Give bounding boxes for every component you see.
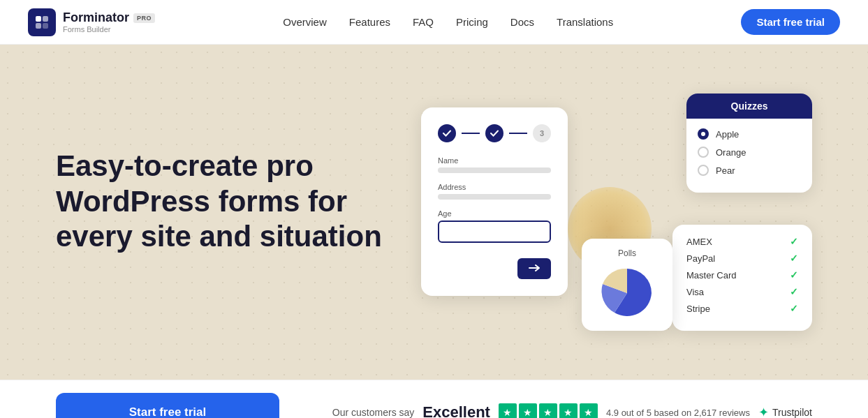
star-1: ★ (499, 403, 517, 418)
stripe-check: ✓ (790, 303, 798, 314)
form-steps: 3 (438, 124, 551, 142)
hero-content: Easy-to-create pro WordPress forms for e… (56, 149, 391, 275)
visa-check: ✓ (790, 286, 798, 297)
quiz-body: Apple Orange Pear (686, 119, 812, 193)
payment-paypal: PayPal ✓ (686, 253, 798, 264)
trustpilot-icon: ✦ (758, 405, 769, 418)
rating-text: 4.9 out of 5 based on 2,617 reviews (606, 408, 750, 418)
payment-visa-label: Visa (686, 287, 704, 297)
polls-card: Polls (582, 239, 672, 331)
address-input-display (438, 194, 551, 200)
nav-docs[interactable]: Docs (510, 16, 534, 28)
quiz-label-pear: Pear (716, 165, 735, 176)
nav-features[interactable]: Features (349, 16, 390, 28)
form-name-field: Name (438, 156, 551, 173)
trustpilot-brand: Trustpilot (772, 407, 812, 418)
address-label: Address (438, 183, 551, 191)
payment-amex-label: AMEX (686, 237, 712, 247)
form-address-field: Address (438, 183, 551, 200)
pro-badge: PRO (133, 13, 155, 23)
logo-text: Forminator PRO Forms Builder (63, 10, 155, 33)
logo-area: Forminator PRO Forms Builder (28, 8, 155, 36)
star-3: ★ (539, 403, 557, 418)
footer-bar: Start free trial Our customers say Excel… (0, 380, 868, 418)
nav-faq[interactable]: FAQ (413, 16, 434, 28)
logo-subtitle: Forms Builder (63, 25, 155, 33)
quiz-label-apple: Apple (716, 129, 739, 140)
payment-stripe-label: Stripe (686, 304, 710, 314)
payment-visa: Visa ✓ (686, 286, 798, 297)
svg-rect-3 (43, 23, 48, 29)
step-3: 3 (533, 124, 551, 142)
logo-icon (28, 8, 56, 36)
nav-pricing[interactable]: Pricing (456, 16, 488, 28)
name-label: Name (438, 156, 551, 165)
trustpilot-section: Our customers say Excellent ★ ★ ★ ★ ★ 4.… (332, 403, 812, 418)
payment-mastercard-label: Master Card (686, 270, 737, 281)
star-2: ★ (519, 403, 537, 418)
step-1 (438, 124, 456, 142)
trustpilot-logo: ✦ Trustpilot (758, 405, 812, 418)
mastercard-check: ✓ (790, 269, 798, 281)
pie-chart (599, 265, 655, 321)
star-5: ★ (580, 403, 598, 418)
quiz-option-pear[interactable]: Pear (698, 165, 801, 176)
payment-stripe: Stripe ✓ (686, 303, 798, 314)
step-2 (485, 124, 503, 142)
hero-visuals: 3 Name Address Age Quizzes (421, 94, 812, 331)
form-next-button[interactable] (517, 258, 551, 279)
radio-empty-orange (698, 147, 709, 158)
svg-rect-2 (36, 23, 41, 29)
radio-empty-pear (698, 165, 709, 176)
star-rating: ★ ★ ★ ★ ★ (499, 403, 598, 418)
quiz-label-orange: Orange (716, 147, 746, 158)
customers-say-text: Our customers say (332, 407, 414, 418)
quiz-option-apple[interactable]: Apple (698, 128, 801, 140)
polls-title: Polls (591, 248, 663, 258)
logo-name: Forminator PRO (63, 10, 155, 25)
hero-section: Easy-to-create pro WordPress forms for e… (0, 45, 868, 380)
quiz-option-orange[interactable]: Orange (698, 147, 801, 158)
age-label: Age (438, 209, 551, 218)
start-free-button[interactable]: Start free trial (56, 393, 279, 418)
hero-title: Easy-to-create pro WordPress forms for e… (56, 149, 391, 254)
name-input-display (438, 167, 551, 173)
nav-translations[interactable]: Translations (557, 16, 613, 28)
payment-paypal-label: PayPal (686, 253, 715, 264)
radio-filled-apple (698, 128, 709, 140)
quiz-header: Quizzes (686, 94, 812, 119)
payment-amex: AMEX ✓ (686, 236, 798, 247)
header: Forminator PRO Forms Builder Overview Fe… (0, 0, 868, 45)
logo-name-text: Forminator (63, 10, 129, 25)
star-4: ★ (559, 403, 578, 418)
nav-overview[interactable]: Overview (283, 16, 327, 28)
amex-check: ✓ (790, 236, 798, 247)
quiz-card: Quizzes Apple Orange Pear (686, 94, 812, 193)
age-input-active[interactable] (438, 221, 551, 243)
svg-rect-1 (43, 16, 48, 22)
step-line-2 (509, 133, 527, 134)
excellent-text: Excellent (422, 403, 490, 418)
svg-rect-0 (36, 16, 41, 22)
paypal-check: ✓ (790, 253, 798, 264)
form-age-field: Age (438, 209, 551, 243)
main-nav: Overview Features FAQ Pricing Docs Trans… (283, 16, 613, 28)
payment-mastercard: Master Card ✓ (686, 269, 798, 281)
form-card: 3 Name Address Age (421, 107, 568, 296)
payment-card: AMEX ✓ PayPal ✓ Master Card ✓ Visa ✓ Str… (672, 225, 812, 331)
header-cta-button[interactable]: Start free trial (741, 9, 840, 35)
step-line-1 (462, 133, 480, 134)
